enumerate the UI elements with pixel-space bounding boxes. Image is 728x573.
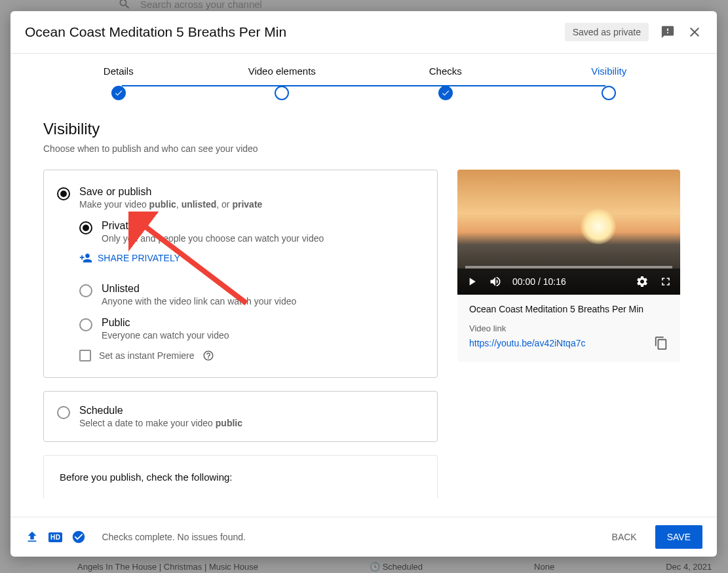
link-label: Video link xyxy=(469,323,668,333)
private-radio[interactable]: Private Only you and people you choose c… xyxy=(79,220,421,244)
video-thumbnail[interactable]: 00:00 / 10:16 xyxy=(457,170,680,295)
step-checks[interactable]: Checks xyxy=(364,65,527,100)
radio-icon xyxy=(57,406,70,419)
footer-status: Checks complete. No issues found. xyxy=(102,532,593,542)
public-radio[interactable]: Public Everyone can watch your video xyxy=(79,317,421,341)
fullscreen-icon[interactable] xyxy=(659,275,672,288)
time-display: 00:00 / 10:16 xyxy=(512,276,625,287)
check-circle-icon xyxy=(71,530,86,544)
hd-badge: HD xyxy=(48,532,62,542)
saved-status-badge: Saved as private xyxy=(565,23,649,41)
upload-dialog: Ocean Coast Meditation 5 Breaths Per Min… xyxy=(10,11,717,557)
dialog-title: Ocean Coast Meditation 5 Breaths Per Min xyxy=(25,24,565,40)
radio-icon xyxy=(57,187,70,200)
radio-icon xyxy=(79,318,92,331)
radio-icon xyxy=(79,284,92,297)
feedback-icon[interactable] xyxy=(661,25,675,39)
volume-icon[interactable] xyxy=(489,275,502,288)
stepper: Details Video elements Checks Visibility xyxy=(10,53,717,100)
step-connector xyxy=(122,84,605,87)
back-button[interactable]: BACK xyxy=(603,525,646,549)
video-link[interactable]: https://youtu.be/av42iNtqa7c xyxy=(469,338,585,348)
play-icon[interactable] xyxy=(465,275,478,288)
settings-icon[interactable] xyxy=(636,275,649,288)
premiere-label: Set as instant Premiere xyxy=(99,350,195,361)
preview-title: Ocean Coast Meditation 5 Breaths Per Min xyxy=(469,304,668,314)
share-privately-button[interactable]: SHARE PRIVATELY xyxy=(79,251,421,265)
copy-icon[interactable] xyxy=(654,336,668,350)
save-or-publish-panel: Save or publish Make your video public, … xyxy=(43,170,438,378)
before-publish-panel: Before you publish, check the following: xyxy=(43,455,438,498)
schedule-radio[interactable]: Schedule Select a date to make your vide… xyxy=(57,405,424,428)
dialog-footer: HD Checks complete. No issues found. BAC… xyxy=(10,517,717,557)
upload-icon xyxy=(25,530,39,544)
schedule-panel: Schedule Select a date to make your vide… xyxy=(43,391,438,442)
step-visibility[interactable]: Visibility xyxy=(527,65,691,100)
visibility-subheading: Choose when to publish and who can see y… xyxy=(43,143,691,154)
person-add-icon xyxy=(79,251,92,265)
video-preview: 00:00 / 10:16 Ocean Coast Meditation 5 B… xyxy=(457,170,680,362)
unlisted-radio[interactable]: Unlisted Anyone with the video link can … xyxy=(79,283,421,306)
save-button[interactable]: SAVE xyxy=(655,525,702,549)
step-video-elements[interactable]: Video elements xyxy=(201,65,364,100)
help-icon[interactable] xyxy=(202,350,214,361)
visibility-heading: Visibility xyxy=(43,120,691,138)
premiere-checkbox[interactable] xyxy=(79,350,91,361)
close-icon[interactable] xyxy=(687,24,702,40)
step-details[interactable]: Details xyxy=(37,65,201,100)
radio-icon xyxy=(79,221,92,234)
save-or-publish-radio[interactable]: Save or publish Make your video public, … xyxy=(57,186,421,210)
